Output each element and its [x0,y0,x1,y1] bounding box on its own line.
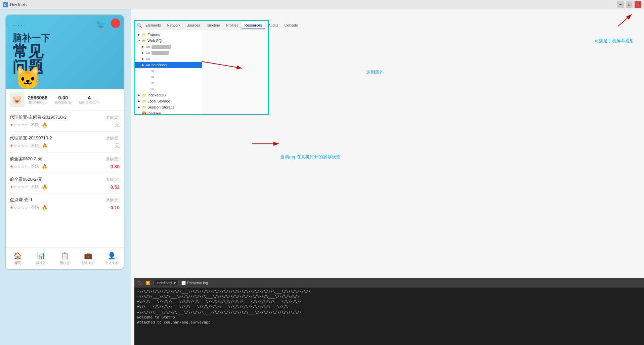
task-reward-label: 奖励(元) [106,177,120,182]
task-stars: ★☆☆☆☆ [10,185,28,189]
tree-item-label: Session Storage [147,105,175,109]
goal-annotation: 达到目的 [366,69,384,75]
tab-sources[interactable]: Sources [184,22,203,29]
tab-elements[interactable]: Elements [143,22,164,29]
task-item[interactable]: 前全案0620-3-壳 奖励(元) ★☆☆☆☆ 不限 🔥 0.80 [10,153,120,173]
tree-frames[interactable]: ▶ 📁 Frames [135,32,202,38]
console-line: =\/\/\/\___\/\/\/\___\/\/\/\/\___\/\/\/\… [137,310,641,315]
tab-profiles[interactable]: Profiles [223,22,241,29]
report-icon: 📊 [37,252,45,260]
task-amount: 0.52 [111,184,120,190]
tree-table-1[interactable]: TB [135,68,202,74]
task-limit: 不限 [31,184,39,190]
tree-table-3[interactable]: TB [135,80,202,86]
minimize-button[interactable]: ─ [617,1,624,8]
user-info-bar: 🐷 2566068 ID:2566068 0.00 我的奖金/元 4 我的点点币… [6,89,124,111]
task-item[interactable]: 点点赚-壳-1 奖励(元) ★☆☆☆☆ 不限 🔥 0.10 [10,193,120,214]
tab-console[interactable]: Console [282,22,301,29]
app-header: ····· 🐦 脑补一下 常见问题 🐱 [6,15,124,89]
app-icon: D [3,2,8,7]
console-toolbar: 🚫 🔽 undefined ▼ Preserve log [134,278,644,288]
nav-profile-label: 个人中心 [105,261,119,265]
tree-item-label: Cookies [147,111,161,114]
expand-arrow: ▶ [138,33,142,36]
tree-db-3[interactable]: ▶ DB [135,56,202,62]
task-amount: 0.80 [111,164,120,169]
nav-home[interactable]: 🏠 首页 [6,252,29,265]
filter-icon[interactable]: 🔽 [145,280,151,286]
task-title: 前全案0620-2-壳 [10,176,42,182]
mobile-frame: ····· 🐦 脑补一下 常见问题 🐱 🐷 2566068 ID:2566068 [5,14,124,270]
table-icon: TB [150,81,155,85]
console-line: =\/\/\/___\/\/\___\/\/\/\/\/\/\___\/\/\/… [137,294,641,299]
tree-item-label: IndexedDB [147,93,166,97]
user-avatar: 🐷 [10,92,25,107]
table-icon: TB [150,69,155,73]
task-title: 代理前置-主问卷-20190710-2 [10,114,67,120]
fire-icon: 🔥 [42,184,47,190]
resources-tree: ▶ 📁 Frames ▼ 📂 Web SQL ▶ [135,30,202,114]
svg-line-4 [618,14,632,26]
tab-resources[interactable]: Resources [242,22,265,29]
task-stars: ★☆☆☆☆ [10,143,28,148]
task-limit: 不限 [31,205,39,210]
tree-table-2[interactable]: TB [135,74,202,80]
fire-icon: 🔥 [42,143,47,148]
tab-timeline[interactable]: Timeline [204,22,223,29]
maximize-button[interactable]: □ [626,1,633,8]
user-points-stat: 4 我的点点币/个 [79,95,100,105]
task-amount: 无 [115,122,120,128]
task-stars: ★☆☆☆☆ [10,205,28,210]
nav-report[interactable]: 📊 微报告 [29,252,53,265]
table-icon: TB [150,75,155,79]
search-icon[interactable]: 🔍 [137,22,142,29]
console-context-selector[interactable]: undefined ▼ [153,280,179,286]
tree-indexeddb[interactable]: ▶ 📁 IndexedDB [135,92,202,98]
task-reward-label: 奖励(元) [106,157,120,162]
console-line: =\/\/\___\/\/\/\___\/\/\/\/\___\/\/\/\/\… [137,299,641,304]
tree-localstorage[interactable]: ▶ 📁 Local Storage [135,98,202,104]
tree-db-1[interactable]: ▶ DB _db [135,44,202,50]
tree-table-4[interactable]: TB [135,86,202,92]
tree-item-label: Web SQL [147,39,164,43]
tree-sessionstorage[interactable]: ▶ 📁 Session Storage [135,104,202,110]
user-id-label: ID:2566068 [29,100,46,104]
expand-arrow: ▶ [138,93,142,97]
tab-network[interactable]: Network [164,22,183,29]
nav-task[interactable]: 📋 逛任务 [53,252,76,265]
task-stars: ★☆☆☆☆ [10,123,28,127]
home-icon: 🏠 [13,252,22,260]
expand-arrow: ▼ [138,39,142,42]
user-points-value: 4 [88,95,90,100]
console-output: =\/\/\/\/\/\/\/\/\/\___\/\/\/\/\/\/\/\/\… [134,288,644,345]
console-line: =\/\___\/\/\/\/\___\/\/\___\/\/\/\/\/\__… [137,304,641,309]
phone-screen-annotation: 当前app在真机打开的屏幕状态 [281,154,340,160]
notification-badge [111,18,120,28]
close-button[interactable]: ✕ [635,1,641,8]
tree-cookies[interactable]: 🍪 Cookies [135,110,202,114]
tab-audits[interactable]: Audits [265,22,281,29]
nav-task-label: 逛任务 [60,261,70,265]
user-id-value: 2566068 [28,95,47,100]
task-item[interactable]: 前全案0620-2-壳 奖励(元) ★☆☆☆☆ 不限 🔥 0.52 [10,173,120,193]
preserve-log-option[interactable]: Preserve log [181,281,208,285]
task-item[interactable]: 代理前置-20190710-2 奖励(元) ★☆☆☆☆ 不限 🔥 无 [10,132,120,153]
preserve-log-checkbox[interactable] [181,281,186,285]
user-points-label: 我的点点币/个 [79,100,100,105]
devtools-main-area [202,30,268,114]
nav-account[interactable]: 💼 我的账户 [77,252,100,265]
nav-report-label: 微报告 [36,261,46,265]
devtools-panel: 🔍 Elements Network Sources Timeline Prof… [134,20,269,115]
nav-profile[interactable]: 👤 个人中心 [100,252,124,265]
task-item[interactable]: 代理前置-主问卷-20190710-2 奖励(元) ★☆☆☆☆ 不限 🔥 无 [10,111,120,132]
tree-database[interactable]: ▶ DB database [135,62,202,68]
tree-db-2[interactable]: ▶ DB .db [135,50,202,56]
task-limit: 不限 [31,122,39,128]
context-value: undefined [156,281,172,285]
tree-websql[interactable]: ▼ 📂 Web SQL [135,38,202,44]
clear-console-button[interactable]: 🚫 [137,280,142,286]
header-dots: ····· [12,22,26,29]
task-stars: ★☆☆☆☆ [10,164,28,169]
tree-item-label: database [152,63,167,67]
tree-item-label: Frames [147,33,160,37]
